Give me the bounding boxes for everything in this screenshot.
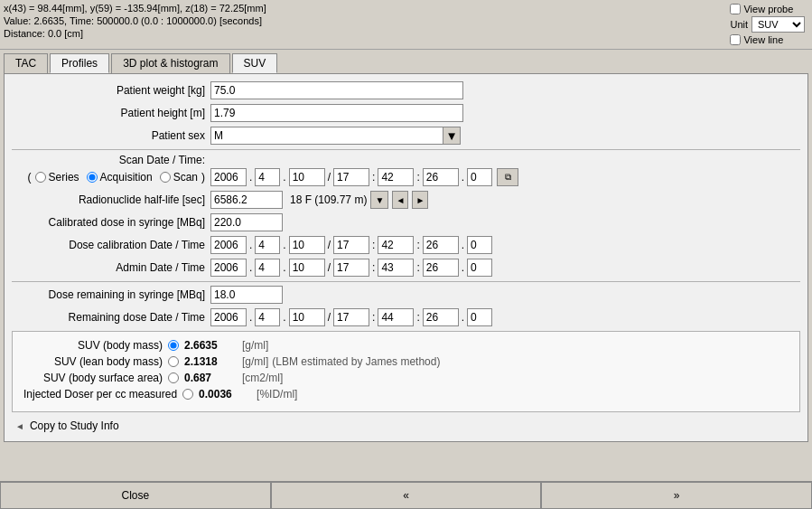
scan-label: Scan xyxy=(173,171,198,184)
rem-sec[interactable] xyxy=(423,308,459,326)
suv-body-mass-unit: [g/ml] xyxy=(242,339,268,352)
remaining-dose-date-label: Remaining dose Date / Time xyxy=(12,311,210,324)
patient-sex-dropdown-btn[interactable]: ▼ xyxy=(443,127,461,145)
dose-remaining-label: Dose remaining in syringe [MBq] xyxy=(12,288,210,301)
tab-profiles[interactable]: Profiles xyxy=(50,53,109,73)
suv-body-mass-label: SUV (body mass) xyxy=(23,339,168,352)
suv-lean-body-row: SUV (lean body mass) 2.1318 [g/ml] (LBM … xyxy=(23,355,789,368)
suv-body-surface-unit: [cm2/ml] xyxy=(242,372,283,384)
admin-date-label: Admin Date / Time xyxy=(12,261,210,274)
dose-cal-label: Dose calibration Date / Time xyxy=(12,239,210,251)
radionuclide-dropdown-btn[interactable]: ▼ xyxy=(370,191,388,209)
dose-cal-year[interactable] xyxy=(210,236,247,254)
patient-weight-input[interactable] xyxy=(210,81,463,99)
radionuclide-prev-btn[interactable]: ◄ xyxy=(392,191,408,209)
copy-study-label[interactable]: Copy to Study Info xyxy=(30,419,119,432)
dose-remaining-row: Dose remaining in syringe [MBq] xyxy=(12,286,800,304)
suv-body-mass-value: 2.6635 xyxy=(184,339,238,352)
patient-height-row: Patient height [m] xyxy=(12,104,800,122)
view-probe-label: View probe xyxy=(743,4,793,14)
tab-suv[interactable]: SUV xyxy=(232,53,278,73)
scan-min[interactable] xyxy=(378,168,414,186)
suv-injected-label: Injected Doser per cc measured xyxy=(23,388,182,401)
dose-cal-sec[interactable] xyxy=(423,236,459,254)
dose-cal-ms[interactable] xyxy=(467,236,492,254)
suv-body-surface-row: SUV (body surface area) 0.687 [cm2/ml] xyxy=(23,372,789,384)
acquisition-label: Acquisition xyxy=(100,171,153,184)
suv-injected-row: Injected Doser per cc measured 0.0036 [%… xyxy=(23,388,789,401)
dose-cal-row: Dose calibration Date / Time . . / : : . xyxy=(12,236,800,254)
radionuclide-info: 18 F (109.77 m) xyxy=(290,193,367,206)
scan-month[interactable] xyxy=(255,168,280,186)
coord-line3: Distance: 0.0 [cm] xyxy=(4,27,726,40)
scan-sec[interactable] xyxy=(423,168,459,186)
admin-sec[interactable] xyxy=(423,259,459,277)
rem-day[interactable] xyxy=(289,308,325,326)
rem-min[interactable] xyxy=(378,308,414,326)
admin-day[interactable] xyxy=(289,259,325,277)
rem-ms[interactable] xyxy=(467,308,492,326)
admin-ms[interactable] xyxy=(467,259,492,277)
series-radio[interactable] xyxy=(35,172,46,183)
unit-select[interactable]: SUV Bq/ml counts xyxy=(751,16,805,33)
acquisition-radio[interactable] xyxy=(87,172,98,183)
rem-hour[interactable] xyxy=(333,308,369,326)
patient-height-input[interactable] xyxy=(210,104,463,122)
coord-line1: x(43) = 98.44[mm], y(59) = -135.94[mm], … xyxy=(4,2,726,14)
patient-sex-row: Patient sex ▼ xyxy=(12,127,800,145)
series-label: Series xyxy=(49,171,79,184)
patient-sex-input[interactable] xyxy=(210,127,443,145)
view-probe-checkbox[interactable] xyxy=(730,4,741,14)
suv-lean-body-radio[interactable] xyxy=(168,356,179,367)
radionuclide-row: Radionuclide half-life [sec] 18 F (109.7… xyxy=(12,191,800,209)
dose-cal-min[interactable] xyxy=(378,236,414,254)
main-content: Patient weight [kg] Patient height [m] P… xyxy=(4,73,808,442)
suv-body-surface-label: SUV (body surface area) xyxy=(23,372,168,384)
tab-3d-plot[interactable]: 3D plot & histogram xyxy=(111,53,229,73)
scan-year[interactable] xyxy=(210,168,247,186)
scan-hour[interactable] xyxy=(333,168,369,186)
close-button[interactable]: Close xyxy=(0,482,271,509)
scan-date-label: Scan Date / Time: xyxy=(119,154,205,166)
suv-injected-unit: [%ID/ml] xyxy=(257,388,297,401)
scan-date-section: Scan Date / Time: ( Series Acquisition S… xyxy=(12,154,800,186)
admin-year[interactable] xyxy=(210,259,247,277)
copy-study-row: ◄ Copy to Study Info xyxy=(12,418,800,434)
coord-line2: Value: 2.6635, Time: 500000.0 (0.0 : 100… xyxy=(4,14,726,27)
dose-cal-month[interactable] xyxy=(255,236,280,254)
suv-body-surface-value: 0.687 xyxy=(184,372,238,384)
view-line-checkbox[interactable] xyxy=(730,34,741,45)
admin-hour[interactable] xyxy=(333,259,369,277)
scan-copy-btn[interactable]: ⧉ xyxy=(497,168,518,186)
view-probe-checkbox-label: View probe xyxy=(730,4,793,14)
view-line-checkbox-label: View line xyxy=(730,34,783,45)
calibrated-dose-row: Calibrated dose in syringe [MBq] xyxy=(12,213,800,231)
suv-lean-body-unit: [g/ml] xyxy=(242,355,268,368)
dose-cal-day[interactable] xyxy=(289,236,325,254)
scan-ms[interactable] xyxy=(467,168,492,186)
radionuclide-input[interactable] xyxy=(210,191,283,209)
admin-month[interactable] xyxy=(255,259,280,277)
dose-cal-hour[interactable] xyxy=(333,236,369,254)
bottom-bar: Close « » xyxy=(0,481,812,509)
rem-year[interactable] xyxy=(210,308,247,326)
rem-month[interactable] xyxy=(255,308,280,326)
scan-radio[interactable] xyxy=(160,172,171,183)
radionuclide-next-btn[interactable]: ► xyxy=(412,191,428,209)
tab-tac[interactable]: TAC xyxy=(4,53,48,73)
suv-lean-body-label: SUV (lean body mass) xyxy=(23,355,168,368)
scan-day[interactable] xyxy=(289,168,325,186)
suv-body-surface-radio[interactable] xyxy=(168,372,179,383)
admin-min[interactable] xyxy=(378,259,414,277)
copy-arrow-icon: ◄ xyxy=(15,421,24,431)
next-button[interactable]: » xyxy=(541,482,812,509)
suv-injected-radio[interactable] xyxy=(182,389,193,400)
radionuclide-label: Radionuclide half-life [sec] xyxy=(12,193,210,206)
patient-weight-row: Patient weight [kg] xyxy=(12,81,800,99)
calibrated-dose-input[interactable] xyxy=(210,213,283,231)
suv-lean-body-note: (LBM estimated by James method) xyxy=(272,355,440,368)
dose-remaining-input[interactable] xyxy=(210,286,283,304)
suv-body-mass-radio[interactable] xyxy=(168,340,179,351)
tabs-row: TAC Profiles 3D plot & histogram SUV xyxy=(0,50,812,73)
prev-button[interactable]: « xyxy=(271,482,542,509)
